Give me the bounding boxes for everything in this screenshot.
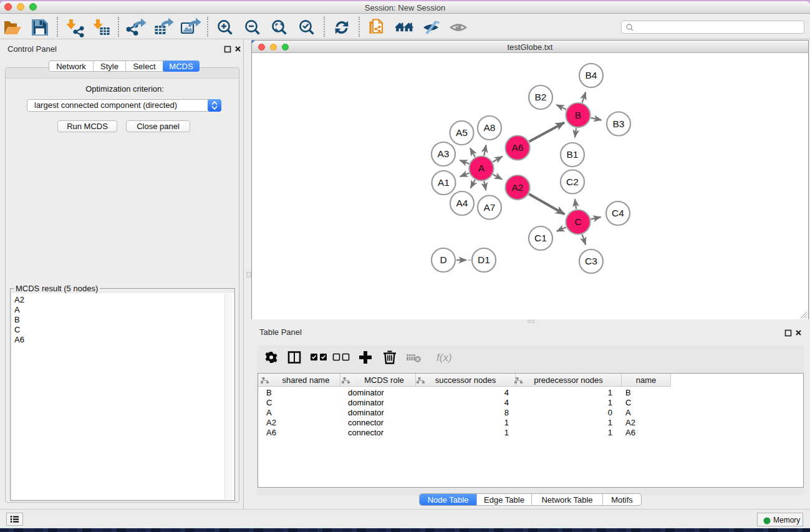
svg-text:f(x): f(x) (436, 352, 452, 364)
svg-text:B4: B4 (586, 70, 597, 80)
svg-text:B1: B1 (567, 149, 579, 160)
svg-text:C2: C2 (566, 177, 579, 187)
svg-text:C1: C1 (534, 233, 547, 243)
svg-text:C3: C3 (585, 256, 597, 266)
svg-text:A3: A3 (438, 148, 450, 159)
svg-text:D1: D1 (478, 254, 490, 265)
svg-text:B2: B2 (535, 92, 547, 102)
svg-text:A2: A2 (512, 182, 524, 193)
svg-text:A7: A7 (484, 202, 496, 213)
svg-text:A5: A5 (456, 127, 468, 138)
svg-text:C: C (574, 216, 581, 227)
svg-text:C4: C4 (612, 208, 624, 218)
svg-text:A1: A1 (438, 177, 450, 188)
svg-text:A4: A4 (456, 198, 468, 208)
svg-text:D: D (440, 254, 446, 265)
svg-text:A8: A8 (484, 122, 496, 133)
svg-text:B: B (575, 110, 581, 120)
svg-text:A6: A6 (512, 142, 524, 153)
svg-text:A: A (478, 163, 485, 173)
svg-text:B3: B3 (613, 118, 625, 129)
